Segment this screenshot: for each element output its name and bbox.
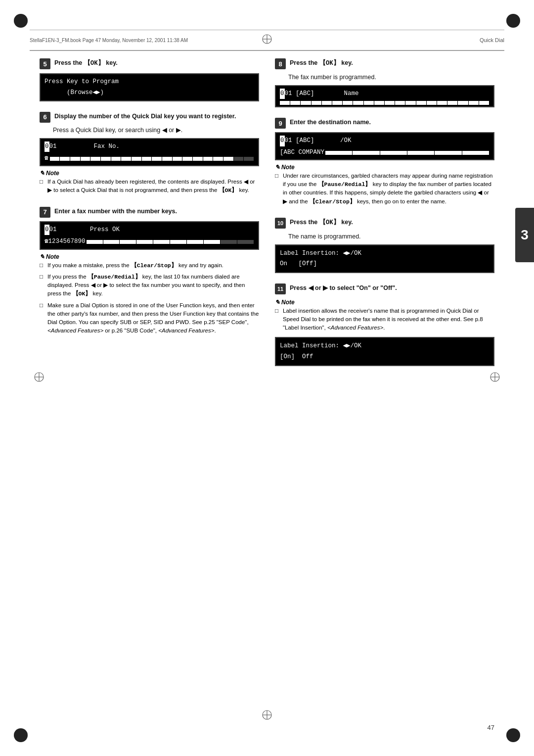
note-pencil-icon-4: ✎ [275,299,280,306]
step-7-note-2: If you press the 【Pause/Redial】 key, the… [40,273,259,298]
step-7-note: ✎ Note If you make a mistake, press the … [40,253,259,335]
lcd-10-row1: Label Insertion: ◀▶/OK [280,248,490,259]
step-9-note-heading: ✎ Note [275,164,494,171]
step-6-note: ✎ Note If a Quick Dial has already been … [40,170,259,195]
step-7-heading: Enter a fax number with the number keys. [54,207,177,216]
lcd-6-row1: 001 Fax No. [44,142,254,152]
step-11-number: 11 [275,284,286,294]
step-6-lcd: 001 Fax No. ☎ [40,138,259,167]
step-11-note-heading: ✎ Note [275,299,494,306]
right-column: 8 Press the 【OK】 key. The fax number is … [275,58,494,716]
step-5-heading: Press the 【OK】 key. [54,58,118,68]
step-8-number: 8 [275,58,286,69]
step-10-number: 10 [275,218,286,229]
step-9-note-1: Under rare circumstances, garbled charac… [275,172,494,206]
header-meta: StellaF1EN-3_FM.book Page 47 Monday, Nov… [30,38,188,43]
step-8-lcd: 001 [ABC] Name [275,85,494,107]
step-11-lcd: Label Insertion: ◀▶/OK [On] Off [275,337,494,366]
step-5-number: 5 [40,58,50,69]
step-6-note-1: If a Quick Dial has already been registe… [40,178,259,195]
step-5: 5 Press the 【OK】 key. Press Key to Progr… [40,58,259,105]
step-5-heading-row: 5 Press the 【OK】 key. [40,58,259,71]
corner-mark-br [506,728,520,742]
note-pencil-icon: ✎ [40,170,44,177]
step-11-heading-row: 11 Press ◀ or ▶ to select "On" or "Off". [275,284,494,295]
step-7-lcd: 001 Press OK ☎1234567890 [40,221,259,250]
lcd-11-row1: Label Insertion: ◀▶/OK [280,341,490,351]
step-8: 8 Press the 【OK】 key. The fax number is … [275,58,494,111]
step-7-heading-row: 7 Enter a fax number with the number key… [40,207,259,219]
note-pencil-icon-3: ✎ [275,164,280,171]
step-9-note: ✎ Note Under rare circumstances, garbled… [275,164,494,206]
step-7-note-heading: ✎ Note [40,253,259,260]
header-divider [30,50,504,51]
step-7-note-1: If you make a mistake, press the 【Clear/… [40,261,259,270]
lcd-10-row2: On [Off] [280,259,490,269]
step-6-note-heading: ✎ Note [40,170,259,177]
step-10-lcd: Label Insertion: ◀▶/OK On [Off] [275,244,494,274]
step-11-heading: Press ◀ or ▶ to select "On" or "Off". [290,284,397,293]
step-9-number: 9 [275,118,286,129]
step-9-heading-row: 9 Enter the destination name. [275,118,494,130]
step-6-number: 6 [40,112,50,123]
corner-mark-tr [506,14,520,28]
step-6-body: Press a Quick Dial key, or search using … [40,126,259,135]
step-11-note: ✎ Note Label insertion allows the receiv… [275,299,494,332]
step-5-lcd: Press Key to Program (Browse◀▶) [40,73,259,101]
step-6: 6 Display the number of the Quick Dial k… [40,112,259,200]
note-pencil-icon-2: ✎ [40,253,44,260]
lcd-11-row2: [On] Off [280,352,490,362]
corner-mark-tl [14,14,28,28]
corner-mark-bl [14,728,28,742]
step-10-heading: Press the 【OK】 key. [290,218,353,228]
step-10-heading-row: 10 Press the 【OK】 key. [275,218,494,230]
lcd-8-row1: 001 [ABC] Name [280,89,490,99]
step-8-body: The fax number is programmed. [275,73,494,82]
lcd-9-row2: [ABC COMPANY [280,147,490,158]
page-header: StellaF1EN-3_FM.book Page 47 Monday, Nov… [30,30,504,50]
step-11: 11 Press ◀ or ▶ to select "On" or "Off".… [275,284,494,370]
step-7: 7 Enter a fax number with the number key… [40,207,259,340]
step-8-heading: Press the 【OK】 key. [290,58,353,68]
main-content: 5 Press the 【OK】 key. Press Key to Progr… [40,58,494,716]
side-tab: 3 [515,208,534,262]
lcd-5-row1: Press Key to Program [44,77,254,87]
step-10: 10 Press the 【OK】 key. The name is progr… [275,218,494,277]
lcd-8-row2 [280,100,490,105]
step-9: 9 Enter the destination name. 001 [ABC] … [275,118,494,211]
lcd-6-row2: ☎ [44,153,254,164]
lcd-9-row1: 001 [ABC] /OK [280,136,490,146]
step-8-heading-row: 8 Press the 【OK】 key. [275,58,494,71]
step-7-number: 7 [40,207,50,218]
step-9-heading: Enter the destination name. [290,118,371,127]
step-9-lcd: 001 [ABC] /OK [ABC COMPANY [275,132,494,160]
left-column: 5 Press the 【OK】 key. Press Key to Progr… [40,58,259,716]
lcd-7-row2: ☎1234567890 [44,236,254,247]
step-11-note-1: Label insertion allows the receiver's na… [275,307,494,332]
lcd-7-row1: 001 Press OK [44,225,254,235]
step-7-note-3: Make sure a Dial Option is stored in one… [40,301,259,335]
section-label: Quick Dial [480,37,504,43]
step-10-body: The name is programmed. [275,232,494,241]
page-number: 47 [488,724,494,731]
step-6-heading-row: 6 Display the number of the Quick Dial k… [40,112,259,124]
step-6-heading: Display the number of the Quick Dial key… [54,112,236,121]
lcd-5-row2: (Browse◀▶) [44,88,254,98]
